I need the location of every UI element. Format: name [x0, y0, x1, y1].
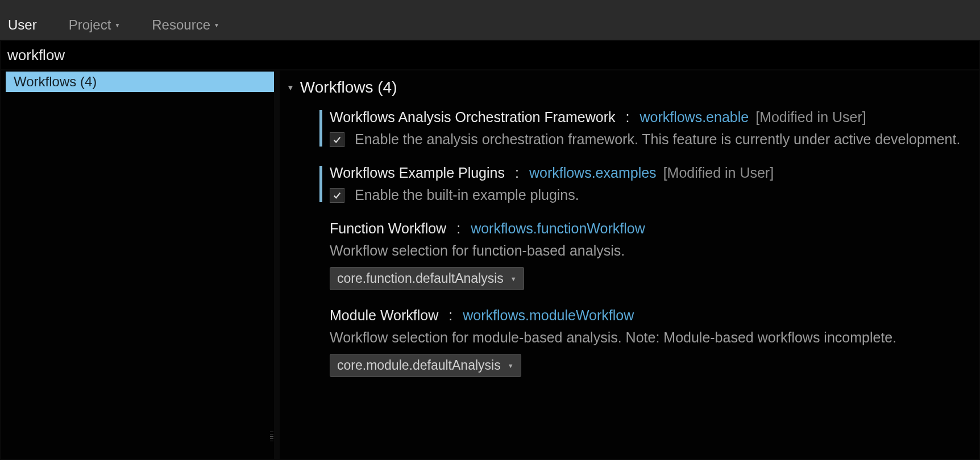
colon: :: [625, 109, 629, 126]
search-value: workflow: [7, 47, 65, 64]
window-top-spacer: [0, 0, 980, 10]
setting-title: Module Workflow: [330, 307, 438, 324]
checkbox-workflows-enable[interactable]: [330, 132, 344, 147]
setting-key: workflows.moduleWorkflow: [463, 307, 634, 324]
dropdown-function-workflow[interactable]: core.function.defaultAnalysis ▼: [330, 267, 524, 290]
settings-sidebar: Workflows (4): [1, 70, 274, 459]
settings-content: ▼ Workflows (4) Workflows Analysis Orche…: [280, 70, 979, 459]
section-header[interactable]: ▼ Workflows (4): [286, 78, 972, 97]
colon: :: [449, 307, 452, 324]
dropdown-value: core.function.defaultAnalysis: [337, 271, 504, 286]
setting-module-workflow: Module Workflow : workflows.moduleWorkfl…: [286, 307, 972, 377]
tab-project-label: Project: [69, 17, 111, 33]
chevron-down-icon: ▼: [114, 23, 120, 28]
setting-title: Workflows Example Plugins: [330, 165, 505, 181]
setting-key: workflows.enable: [640, 109, 749, 126]
colon: :: [515, 165, 519, 181]
dropdown-value: core.module.defaultAnalysis: [337, 358, 501, 373]
checkbox-workflows-examples[interactable]: [330, 188, 344, 203]
section-title: Workflows (4): [300, 78, 397, 97]
setting-description: Enable the built-in example plugins.: [355, 187, 579, 203]
dropdown-module-workflow[interactable]: core.module.defaultAnalysis ▼: [330, 354, 521, 377]
setting-workflows-enable: Workflows Analysis Orchestration Framewo…: [286, 109, 972, 148]
setting-workflows-examples: Workflows Example Plugins : workflows.ex…: [286, 165, 972, 203]
check-icon: [333, 191, 341, 199]
sidebar-resize-handle[interactable]: [269, 419, 274, 453]
sidebar-item-workflows[interactable]: Workflows (4): [6, 72, 274, 92]
colon: :: [456, 220, 460, 237]
scope-tabbar: User Project ▼ Resource ▼: [0, 10, 980, 40]
tab-user-label: User: [8, 17, 37, 33]
tab-resource-label: Resource: [152, 17, 210, 33]
setting-title: Function Workflow: [330, 220, 446, 237]
tab-resource[interactable]: Resource ▼: [152, 15, 219, 35]
setting-description: Workflow selection for module-based anal…: [330, 329, 972, 346]
setting-description: Workflow selection for function-based an…: [330, 242, 972, 259]
chevron-down-icon: ▼: [508, 362, 514, 369]
chevron-down-icon: ▼: [510, 275, 517, 282]
modified-badge: [Modified in User]: [755, 109, 866, 126]
chevron-down-icon: ▼: [214, 23, 219, 28]
chevron-down-icon: ▼: [286, 83, 294, 91]
setting-function-workflow: Function Workflow : workflows.functionWo…: [286, 220, 972, 290]
modified-badge: [Modified in User]: [663, 165, 774, 181]
setting-title: Workflows Analysis Orchestration Framewo…: [330, 109, 615, 126]
setting-key: workflows.examples: [529, 165, 657, 181]
settings-search-input[interactable]: workflow: [1, 41, 979, 69]
setting-key: workflows.functionWorkflow: [471, 220, 645, 237]
setting-description: Enable the analysis orchestration framew…: [355, 131, 960, 148]
sidebar-item-label: Workflows (4): [14, 74, 97, 89]
tab-project[interactable]: Project ▼: [69, 15, 121, 35]
tab-user[interactable]: User: [8, 15, 37, 35]
check-icon: [333, 136, 341, 144]
